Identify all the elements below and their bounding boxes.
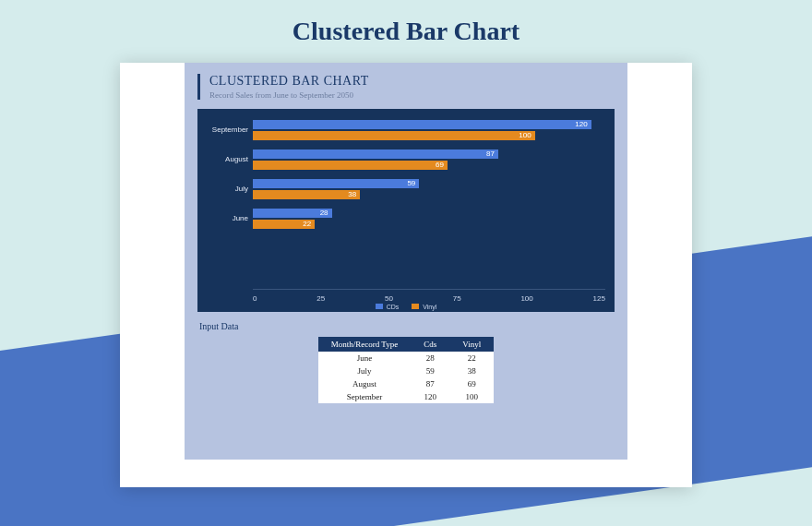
bar-value-label: 87 (486, 149, 495, 159)
table-row: September120100 (318, 390, 494, 403)
table-col-header: Cds (411, 337, 449, 352)
category-group: August8769 (253, 149, 605, 170)
chart-panel: CLUSTERED BAR CHART Record Sales from Ju… (185, 63, 627, 460)
table-cell: 22 (449, 352, 494, 365)
legend-entry-cds: CDs (376, 304, 400, 310)
bar-vinyl: 38 (253, 190, 360, 199)
bar-cds: 87 (253, 149, 498, 159)
bar-value-label: 28 (320, 209, 328, 218)
bar-value-label: 59 (407, 179, 415, 188)
category-group: July5938 (253, 179, 605, 199)
clustered-bar-chart: September120100August8769July5938June282… (197, 109, 615, 312)
swatch-vinyl-icon (412, 304, 419, 309)
legend-vinyl-label: Vinyl (423, 304, 436, 310)
category-group: September120100 (253, 120, 605, 140)
chart-title: CLUSTERED BAR CHART (209, 74, 615, 89)
bar-vinyl: 22 (253, 220, 315, 229)
table-col-header: Month/Record Type (318, 337, 411, 352)
chart-subtitle: Record Sales from June to September 2050 (209, 90, 615, 100)
table-cell: 59 (411, 365, 449, 377)
x-tick-label: 25 (316, 294, 325, 303)
bar-value-label: 38 (348, 190, 356, 199)
category-group: June2822 (253, 209, 605, 229)
category-label: July (202, 185, 248, 193)
table-col-header: Vinyl (449, 337, 494, 352)
x-axis-ticks: 0255075100125 (253, 294, 605, 303)
table-cell: 69 (449, 377, 494, 390)
bar-vinyl: 69 (253, 161, 448, 170)
chart-legend: CDs Vinyl (197, 304, 615, 311)
table-cell: 120 (411, 390, 449, 403)
x-tick-label: 125 (593, 294, 605, 303)
input-data-title: Input Data (199, 321, 615, 331)
bar-cds: 120 (253, 120, 591, 129)
table-header-row: Month/Record TypeCdsVinyl (318, 337, 494, 352)
bar-cds: 59 (253, 179, 419, 188)
table-cell: 100 (449, 390, 494, 403)
x-tick-label: 50 (385, 294, 393, 303)
chart-header: CLUSTERED BAR CHART Record Sales from Ju… (197, 74, 615, 100)
x-axis-line (253, 289, 605, 290)
table-cell: 87 (411, 377, 449, 390)
table-cell: July (318, 365, 411, 377)
document-card: CLUSTERED BAR CHART Record Sales from Ju… (120, 63, 692, 487)
bar-cds: 28 (253, 209, 332, 218)
legend-cds-label: CDs (387, 304, 400, 310)
table-cell: September (318, 390, 411, 403)
x-tick-label: 75 (453, 294, 461, 303)
table-row: June2822 (318, 352, 494, 365)
x-tick-label: 100 (520, 294, 532, 303)
legend-entry-vinyl: Vinyl (412, 304, 436, 310)
page-title: Clustered Bar Chart (0, 0, 812, 46)
table-row: August8769 (318, 377, 494, 390)
category-label: September (202, 126, 248, 134)
table-cell: August (318, 377, 411, 390)
table-body: June2822July5938August8769September12010… (318, 352, 494, 403)
bar-value-label: 120 (575, 120, 587, 129)
category-label: June (202, 214, 248, 222)
input-data-table: Month/Record TypeCdsVinyl June2822July59… (318, 337, 494, 403)
bar-value-label: 69 (436, 161, 444, 170)
table-cell: 38 (449, 365, 494, 377)
category-label: August (202, 155, 248, 163)
x-tick-label: 0 (253, 294, 257, 303)
table-cell: June (318, 352, 411, 365)
swatch-cds-icon (376, 304, 383, 309)
bar-vinyl: 100 (253, 131, 535, 140)
table-row: July5938 (318, 365, 494, 377)
bar-value-label: 22 (303, 220, 311, 229)
table-cell: 28 (411, 352, 449, 365)
bar-value-label: 100 (519, 131, 531, 140)
